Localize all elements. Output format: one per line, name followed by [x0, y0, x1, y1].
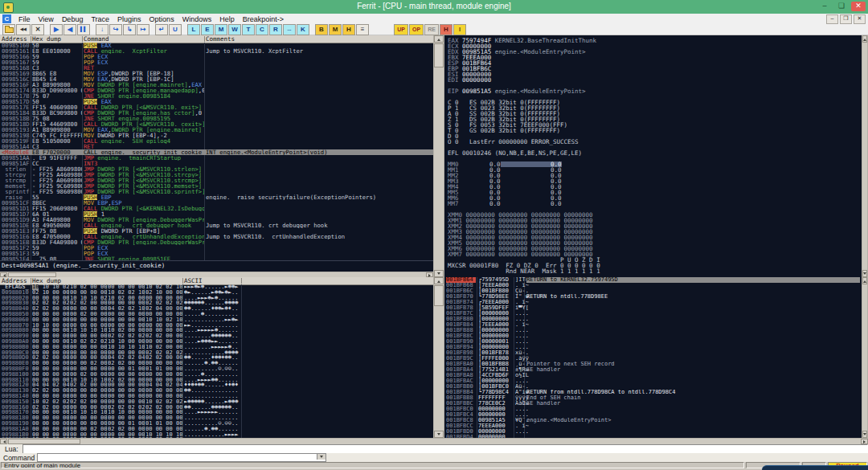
register-line[interactable]: MM00.00.0 — [444, 161, 862, 167]
stack-row[interactable]: 001BFBC8009851A5¥Q˜.engine.<ModuleEntryP… — [444, 418, 862, 423]
menu-item-help[interactable]: Help — [215, 15, 239, 23]
disasm-row[interactable]: _memset- FF25 9C609800JMP DWORD PTR [<&M… — [0, 183, 433, 189]
dump-row[interactable]: 0098814000 00 00 0000 00 00 0000 00 00 0… — [0, 394, 433, 399]
title-bar[interactable]: Ferrit - [CPU - main thread, module engi… — [0, 0, 868, 14]
stack-row[interactable]: 001BFBCC7EEEA000. î~ — [444, 423, 862, 429]
dump-row[interactable]: 0098809000 00 00 0000 00 00 0002 02 02 0… — [0, 333, 433, 339]
scroll-up-icon[interactable] — [434, 277, 444, 284]
dump-row[interactable]: 009881B000 00 00 0000 00 00 0000 00 00 0… — [0, 432, 433, 438]
run-trace-button[interactable]: ... — [283, 24, 296, 35]
dump-row[interactable]: 009880F000 00 00 0000 00 00 0000 00 01 0… — [0, 366, 433, 372]
dump-row[interactable]: 0098805000 00 00 0000 02 00 0000 00 00 0… — [0, 312, 433, 317]
stack-row[interactable]: 001BFBBC778CE0C2ÂàŒwSE handler — [444, 401, 862, 407]
menu-item-windows[interactable]: Windows — [178, 15, 216, 23]
rewind-button[interactable]: ◀◀ — [16, 24, 31, 35]
disasm-row[interactable]: 009851E6E8 47050000CALL engine.__crtUnha… — [0, 234, 433, 239]
register-line[interactable]: T 0 GS 002B 32bit 0(FFFFFFFF) — [444, 128, 862, 133]
scroll-thumb[interactable] — [8, 439, 80, 444]
scroll-up-icon[interactable] — [862, 35, 867, 43]
register-line[interactable]: EDI 00000000 — [444, 77, 862, 83]
disasm-row[interactable]: 0098516FA3 B8909800MOV DWORD PTR [engine… — [0, 82, 433, 88]
scroll-down-icon[interactable] — [434, 270, 444, 277]
dump-row[interactable]: 0098804002 02 00 0000 00 00 0004 02 02 1… — [0, 306, 433, 312]
scroll-up-icon[interactable] — [434, 35, 444, 43]
disasm-row[interactable]: 009851F359POP ECX — [0, 251, 433, 256]
dump-row[interactable]: 0098815010 02 02 0202 02 00 0000 00 00 0… — [0, 399, 433, 405]
references-button[interactable]: R — [269, 24, 282, 35]
register-line[interactable]: MM70.00.0 — [444, 201, 862, 206]
menu-item-file[interactable]: File — [14, 15, 35, 23]
disasm-row[interactable]: 009851DEE8 49050000CALL engine.__crt_deb… — [0, 223, 433, 228]
disasm-row[interactable]: 0098518B75 08JNE SHORT engine.00985195 — [0, 116, 433, 121]
scroll-down-icon[interactable] — [862, 270, 867, 277]
dump-row[interactable]: 0098802000 00 00 0010 10 10 0210 02 00 0… — [0, 296, 433, 301]
dump-row[interactable]: 0098813002 02 00 0000 00 00 0000 00 00 0… — [0, 388, 433, 394]
disasm-row[interactable]: 0098517D50PUSH EAX — [0, 99, 433, 104]
dump-row[interactable]: 0098819000 00 00 0000 00 00 0000 00 01 0… — [0, 421, 433, 427]
cpu-button[interactable]: C — [256, 24, 268, 35]
disasm-row[interactable]: 009851D1FF15 20609800CALL DWORD PTR [<&K… — [0, 206, 433, 211]
disasm-row[interactable]: _strcmp- FF25 A0609800JMP DWORD PTR [<&M… — [0, 178, 433, 183]
step-into-button[interactable]: ↓ — [96, 24, 108, 35]
scroll-thumb[interactable] — [434, 285, 444, 306]
dump-row[interactable]: 009880A000 00 00 0010 02 02 0210 10 00 0… — [0, 339, 433, 345]
disasm-row[interactable]: 0098516C8B45 E4MOV EAX,DWORD PTR [EBP-1C… — [0, 76, 433, 82]
stack-row[interactable]: 001BFBC000000000.... — [444, 407, 862, 412]
run-to-user-code-button[interactable]: U — [169, 24, 182, 35]
register-line[interactable]: MM50.00.0 — [444, 190, 862, 195]
disasm-row[interactable]: 00985193A1 B8909800MOV EAX,DWORD PTR [en… — [0, 127, 433, 133]
disasm-row[interactable]: 009851F259POP ECX — [0, 245, 433, 251]
stack-row[interactable]: 001BFBB4└778D98C4Ä"ìwRETURN from ntdll.7… — [444, 390, 862, 395]
dump-row[interactable]: 0098808000 00 00 0010 10 10 1010 02 00 0… — [0, 328, 433, 333]
disasm-row[interactable]: 0098516050PUSH EAX — [0, 43, 433, 48]
disasm-row[interactable]: 00985161E8 EE010000CALL engine.__XcptFil… — [0, 48, 433, 54]
log-window-button[interactable]: L — [187, 24, 200, 35]
dump-row[interactable]: 009880D002 02 00 0000 00 00 0004 02 02 0… — [0, 355, 433, 361]
stack-row[interactable]: 001BFBB8FFFFFFFFÿÿÿÿEnd of SEH chain — [444, 395, 862, 401]
menu-item-breakpoint[interactable]: Breakpoint-> — [239, 15, 288, 23]
up-button[interactable]: UP — [394, 24, 408, 35]
disasm-row[interactable]: 00985198C745 FC FEFFFFFFMOV DWORD PTR [E… — [0, 133, 433, 138]
disasm-row[interactable]: _strcpy- FF25 A4609800JMP DWORD PTR [<&M… — [0, 172, 433, 178]
dump-row[interactable]: 0098807010 10 00 0000 00 00 0000 00 00 0… — [0, 323, 433, 329]
disasm-row[interactable]: _raise_55PUSH EBPengine.__raise_security… — [0, 194, 433, 200]
disasm-row[interactable]: 009851A4C3RET — [0, 144, 433, 149]
dump-row[interactable]: 0098810000 00 00 0000 02 00 0000 00 00 0… — [0, 372, 433, 378]
windows-button[interactable]: W — [228, 24, 241, 35]
register-line[interactable]: Rnd NEAR Mask 1 1 1 1 1 1 — [444, 268, 862, 274]
menu-item-options[interactable]: Options — [145, 15, 178, 23]
disasm-row[interactable]: 009851EB833D F4A09800 0CMP DWORD PTR [en… — [0, 239, 433, 245]
register-line[interactable]: EAX 7597494F KERNEL32.BaseThreadInitThun… — [444, 38, 862, 43]
stack-row[interactable]: 001BFBC400000000.... — [444, 412, 862, 418]
register-line[interactable]: ESP 001BFB64 — [444, 60, 862, 66]
call-stack-button[interactable]: K — [297, 24, 309, 35]
register-line[interactable] — [444, 156, 862, 161]
register-line[interactable]: MM30.00.0 — [444, 178, 862, 184]
minimize-button[interactable]: – — [817, 2, 832, 11]
disasm-row[interactable]: 0098517B75 07JNE SHORT engine.00985184 — [0, 93, 433, 99]
dump-row[interactable]: 009880C000 00 00 0000 00 00 0000 00 00 0… — [0, 350, 433, 356]
chevron-down-icon[interactable] — [317, 454, 326, 460]
memory-breakpoints-button[interactable]: M — [329, 24, 342, 35]
hardware-breakpoints-button[interactable]: H — [342, 24, 355, 35]
disasm-row[interactable]: 009851D9A3 F4A09800MOV DWORD PTR [engine… — [0, 217, 433, 223]
close-debuggee-button[interactable]: ✕ — [31, 24, 44, 35]
register-line[interactable]: EFL 00010246 (NO,NB,E,BE,NS,PE,GE,LE) — [444, 150, 862, 156]
maximize-button[interactable]: ❏ — [834, 2, 849, 11]
disasm-row[interactable]: 009851E3FF75 08PUSH DWORD PTR [EBP+8] — [0, 228, 433, 234]
dump-row[interactable]: 009880B000 00 00 0000 00 00 0010 10 10 1… — [0, 345, 433, 350]
open-file-button[interactable] — [2, 24, 15, 35]
dump-row[interactable]: 0098817000 00 00 0010 10 10 1010 10 00 0… — [0, 410, 433, 415]
re-button[interactable]: RE — [424, 24, 439, 35]
register-line[interactable]: MM40.00.0 — [444, 184, 862, 190]
register-line[interactable]: MM60.00.0 — [444, 195, 862, 201]
disasm-row[interactable]: 00985184833D BC909800 0CMP DWORD PTR [en… — [0, 110, 433, 116]
dump-row[interactable]: 009881A000 00 00 0000 00 02 0002 02 00 0… — [0, 427, 433, 432]
register-line[interactable]: EDX 009851A5 engine.<ModuleEntryPoint> — [444, 49, 862, 55]
scroll-left-icon[interactable] — [0, 439, 7, 444]
register-line[interactable]: MM20.00.0 — [444, 173, 862, 178]
disasm-row[interactable]: _strlen- FF25 A8609800JMP DWORD PTR [<&M… — [0, 166, 433, 172]
disasm-row[interactable]: 009851AFCCINT3 — [0, 161, 433, 166]
disasm-row[interactable]: 0098518DFF15 44609800CALL DWORD PTR [<&M… — [0, 121, 433, 127]
dump-row[interactable]: _EFLAGS_10 10 10 0210 02 00 0000 00 00 0… — [0, 284, 433, 290]
